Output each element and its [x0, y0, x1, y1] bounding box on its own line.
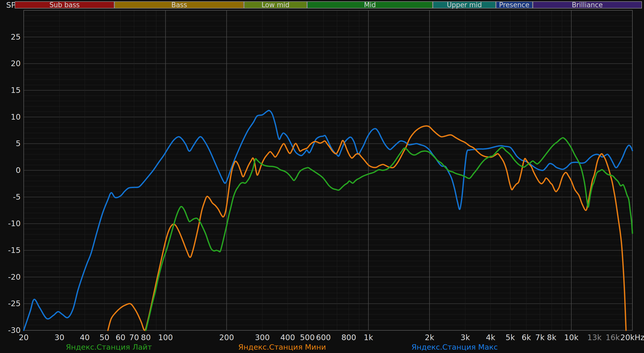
y-tick-label: 25	[11, 32, 21, 41]
x-tick-label: 80	[141, 333, 151, 342]
frequency-response-chart: 2520151050-5-10-15-20-25-302030405060708…	[0, 0, 644, 353]
x-tick-label: 5k	[506, 333, 515, 342]
x-tick-label: 50	[99, 333, 109, 342]
x-tick-label: 1k	[364, 333, 373, 342]
x-tick-label: 300	[255, 333, 270, 342]
x-tick-label: 16k	[606, 333, 620, 342]
y-tick-label: -15	[8, 246, 21, 255]
eq-band-label: Mid	[364, 1, 376, 9]
x-tick-label: 600	[316, 333, 331, 342]
x-tick-label: 30	[55, 333, 64, 342]
x-tick-label: 20kHz	[620, 333, 644, 342]
x-tick-label: 200	[219, 333, 234, 342]
x-tick-label: 100	[158, 333, 173, 342]
plot-canvas: 2520151050-5-10-15-20-25-302030405060708…	[0, 0, 644, 353]
curve-mini	[108, 126, 626, 331]
y-tick-label: 5	[16, 139, 21, 148]
y-tick-label: 0	[16, 166, 21, 175]
y-tick-label: 20	[11, 59, 21, 68]
eq-band-mid: Mid	[307, 1, 433, 8]
eq-band-label: Presence	[499, 1, 529, 9]
x-tick-label: 20	[19, 333, 29, 342]
eq-band-low-mid: Low mid	[244, 1, 307, 8]
eq-band-sub-bass: Sub bass	[15, 1, 114, 8]
x-tick-label: 60	[116, 333, 125, 342]
eq-band-label: Upper mid	[447, 1, 482, 9]
y-tick-label: 10	[11, 112, 21, 121]
x-tick-label: 3k	[461, 333, 470, 342]
x-tick-label: 2k	[425, 333, 434, 342]
legend: Яндекс.Станция ЛайтЯндекс.Станция МиниЯн…	[0, 343, 644, 352]
y-tick-label: 15	[11, 86, 21, 95]
y-tick-label: -25	[8, 299, 21, 308]
legend-item: Яндекс.Станция Мини	[238, 343, 326, 351]
eq-band-upper-mid: Upper mid	[433, 1, 496, 8]
x-tick-label: 6k	[522, 333, 531, 342]
x-tick-label: 8k	[547, 333, 556, 342]
eq-band-presence: Presence	[496, 1, 533, 8]
x-tick-label: 400	[280, 333, 295, 342]
x-tick-label: 13k	[587, 333, 602, 342]
x-tick-label: 800	[341, 333, 356, 342]
x-tick-label: 40	[80, 333, 90, 342]
eq-band-bass: Bass	[114, 1, 244, 8]
eq-band-label: Sub bass	[49, 1, 80, 9]
y-tick-label: -20	[8, 272, 21, 281]
eq-band-label: Bass	[171, 1, 187, 9]
x-tick-label: 4k	[486, 333, 495, 342]
eq-band-brilliance: Brilliance	[533, 1, 642, 8]
legend-item: Яндекс.Станция Макс	[411, 343, 498, 351]
y-tick-label: -10	[8, 219, 21, 228]
x-tick-label: 7k	[535, 333, 545, 342]
x-tick-label: 500	[300, 333, 315, 342]
x-tick-label: 70	[129, 333, 139, 342]
y-tick-label: -5	[13, 192, 21, 201]
eq-band-label: Brilliance	[572, 1, 603, 9]
legend-item: Яндекс.Станция Лайт	[66, 343, 152, 351]
eq-band-label: Low mid	[261, 1, 290, 9]
x-tick-label: 10k	[564, 333, 579, 342]
